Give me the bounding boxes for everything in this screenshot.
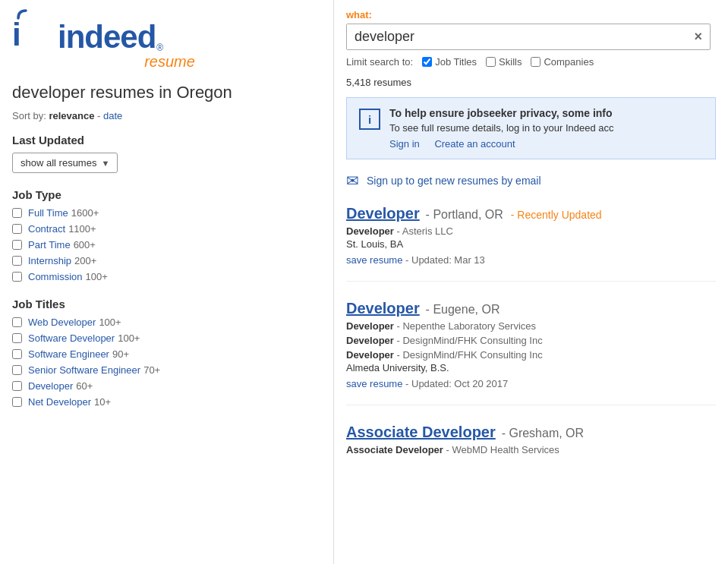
resume-name-link[interactable]: Developer — [346, 205, 420, 222]
search-input-row: × — [346, 24, 711, 50]
part-time-label: Part Time — [28, 239, 71, 250]
privacy-text: To help ensure jobseeker privacy, some i… — [389, 107, 614, 150]
info-icon: i — [359, 109, 380, 130]
resume-education: St. Louis, BA — [346, 238, 716, 250]
limit-companies[interactable]: Companies — [531, 56, 594, 68]
limit-skills-label: Skills — [499, 56, 522, 68]
limit-job-titles-checkbox[interactable] — [422, 57, 432, 67]
trademark: ® — [156, 43, 163, 53]
job-type-item[interactable]: Internship 200+ — [12, 255, 321, 266]
software-engineer-label: Software Engineer — [28, 348, 109, 360]
sort-date-link[interactable]: date — [103, 110, 122, 121]
job-type-item[interactable]: Contract 1100+ — [12, 223, 321, 235]
svg-text:i: i — [12, 17, 21, 52]
job-title-item[interactable]: Web Developer 100+ — [12, 317, 321, 328]
privacy-banner: i To help ensure jobseeker privacy, some… — [346, 97, 716, 159]
software-engineer-count: 90+ — [112, 348, 129, 360]
search-area: what: × Limit search to: Job Titles Skil… — [346, 9, 716, 68]
software-developer-label: Software Developer — [28, 332, 115, 344]
resume-education: Almeda University, B.S. — [346, 362, 716, 373]
software-developer-count: 100+ — [118, 332, 140, 344]
job-title-item[interactable]: Software Engineer 90+ — [12, 348, 321, 360]
net-developer-count: 10+ — [94, 396, 111, 408]
resume-position: Developer - DesignMind/FHK Consulting In… — [346, 335, 716, 346]
search-clear-button[interactable]: × — [686, 24, 710, 49]
job-titles-title: Job Titles — [12, 298, 321, 310]
contract-label: Contract — [28, 223, 65, 235]
senior-software-engineer-checkbox[interactable] — [12, 365, 22, 375]
limit-job-titles[interactable]: Job Titles — [422, 56, 477, 68]
resume-position: Developer - Asteris LLC — [346, 225, 716, 237]
commission-label: Commission — [28, 271, 83, 282]
privacy-links: Sign in Create an account — [389, 138, 614, 150]
limit-companies-label: Companies — [544, 56, 594, 68]
net-developer-checkbox[interactable] — [12, 397, 22, 407]
web-developer-count: 100+ — [99, 317, 121, 328]
indeed-logo-text: indeed — [58, 21, 156, 53]
job-type-item[interactable]: Part Time 600+ — [12, 239, 321, 250]
resume-position: Developer - Nepenthe Laboratory Services — [346, 320, 716, 332]
save-resume-link[interactable]: save resume — [346, 378, 402, 389]
resume-actions: save resume - Updated: Oct 20 2017 — [346, 378, 716, 389]
resume-updated: - Updated: Mar 13 — [405, 254, 485, 266]
resume-actions: save resume - Updated: Mar 13 — [346, 254, 716, 266]
full-time-checkbox[interactable] — [12, 208, 22, 218]
job-titles-section: Job Titles Web Developer 100+ Software D… — [12, 298, 321, 408]
resume-location: - Gresham, OR — [502, 427, 584, 440]
resume-name-link[interactable]: Associate Developer — [346, 424, 496, 440]
job-type-item[interactable]: Commission 100+ — [12, 271, 321, 282]
part-time-checkbox[interactable] — [12, 240, 22, 250]
save-resume-link[interactable]: save resume — [346, 254, 402, 266]
resume-position: Developer - DesignMind/FHK Consulting In… — [346, 349, 716, 361]
resume-location: - Eugene, OR — [426, 303, 500, 316]
internship-label: Internship — [28, 255, 71, 266]
job-type-section: Job Type Full Time 1600+ Contract 1100+ … — [12, 188, 321, 282]
search-input[interactable] — [347, 24, 686, 49]
internship-checkbox[interactable] — [12, 256, 22, 266]
internship-count: 200+ — [74, 255, 96, 266]
net-developer-label: Net Developer — [28, 396, 91, 408]
developer-count: 60+ — [76, 380, 93, 392]
software-developer-checkbox[interactable] — [12, 333, 22, 343]
contract-checkbox[interactable] — [12, 224, 22, 234]
limit-skills[interactable]: Skills — [486, 56, 522, 68]
job-title-item[interactable]: Net Developer 10+ — [12, 396, 321, 408]
resume-logo-text: resume — [144, 53, 195, 70]
developer-checkbox[interactable] — [12, 381, 22, 391]
last-updated-dropdown[interactable]: show all resumes ▼ — [12, 153, 118, 173]
limit-skills-checkbox[interactable] — [486, 57, 496, 67]
part-time-count: 600+ — [74, 239, 96, 250]
privacy-title: To help ensure jobseeker privacy, some i… — [389, 107, 614, 119]
full-time-count: 1600+ — [71, 207, 99, 219]
full-time-label: Full Time — [28, 207, 68, 219]
resume-name-link[interactable]: Developer — [346, 300, 420, 317]
resume-location: - Portland, OR — [426, 208, 503, 221]
senior-software-engineer-label: Senior Software Engineer — [28, 364, 140, 376]
resume-updated: - Updated: Oct 20 2017 — [405, 378, 508, 389]
job-title-item[interactable]: Developer 60+ — [12, 380, 321, 392]
email-signup: ✉ Sign up to get new resumes by email — [346, 172, 716, 190]
contract-count: 1100+ — [68, 223, 96, 235]
limit-job-titles-label: Job Titles — [435, 56, 477, 68]
software-engineer-checkbox[interactable] — [12, 349, 22, 359]
email-signup-link[interactable]: Sign up to get new resumes by email — [367, 175, 541, 187]
resume-result: Developer - Eugene, OR Developer - Nepen… — [346, 300, 716, 405]
sort-by-label: Sort by: — [12, 110, 46, 121]
limit-label: Limit search to: — [346, 56, 413, 68]
logo: i indeed ® resume — [12, 9, 321, 71]
commission-checkbox[interactable] — [12, 272, 22, 282]
job-title-item[interactable]: Software Developer 100+ — [12, 332, 321, 344]
sign-in-link[interactable]: Sign in — [389, 138, 420, 150]
sort-relevance: relevance — [49, 110, 94, 121]
web-developer-checkbox[interactable] — [12, 317, 22, 327]
dropdown-label: show all resumes — [20, 157, 96, 169]
last-updated-section: Last Updated show all resumes ▼ — [12, 134, 321, 173]
senior-software-engineer-count: 70+ — [143, 364, 160, 376]
search-what-label: what: — [346, 9, 716, 20]
limit-companies-checkbox[interactable] — [531, 57, 540, 67]
job-title-item[interactable]: Senior Software Engineer 70+ — [12, 364, 321, 376]
job-type-item[interactable]: Full Time 1600+ — [12, 207, 321, 219]
commission-count: 100+ — [86, 271, 108, 282]
create-account-link[interactable]: Create an account — [434, 138, 515, 150]
last-updated-title: Last Updated — [12, 134, 321, 147]
